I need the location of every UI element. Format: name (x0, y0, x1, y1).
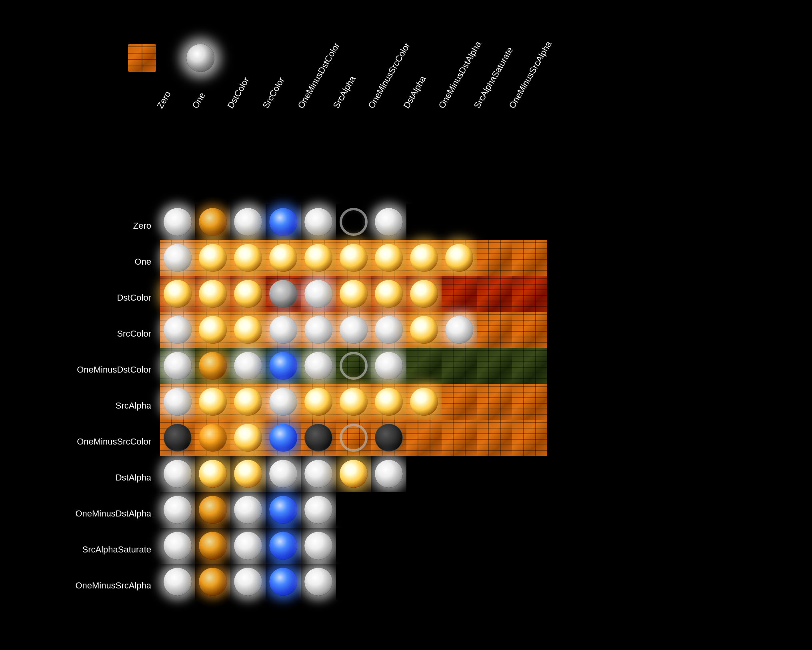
sphere-10-1 (199, 568, 227, 596)
grid-row-9 (160, 528, 547, 564)
grid-cell-4-6 (371, 348, 406, 384)
sphere-3-2 (234, 316, 262, 344)
grid-cell-6-0 (160, 420, 195, 456)
sphere-7-4 (304, 460, 332, 488)
legend (128, 44, 221, 72)
sphere-2-3 (269, 280, 297, 308)
grid-cell-2-3 (266, 276, 301, 312)
grid-cell-4-4 (301, 348, 336, 384)
grid-cell-7-6 (371, 456, 406, 492)
col-header-oneminussrccolor: OneMinusSrcColor (366, 75, 393, 110)
sphere-2-7 (410, 280, 438, 308)
sphere-1-4 (304, 244, 332, 272)
row-headers: ZeroOneDstColorSrcColorOneMinusDstColorS… (48, 208, 156, 604)
grid-cell-2-0 (160, 276, 195, 312)
grid-cell-0-3 (266, 204, 301, 240)
grid-cell-1-0 (160, 240, 195, 276)
sphere-5-3 (269, 388, 297, 416)
sphere-6-4 (304, 424, 332, 452)
grid-cell-9-3 (266, 528, 301, 564)
grid-cell-4-2 (230, 348, 266, 384)
sphere-1-3 (269, 244, 297, 272)
grid-cell-8-6 (371, 492, 406, 528)
sphere-7-2 (234, 460, 262, 488)
sphere-7-1 (199, 460, 227, 488)
grid-row-3 (160, 312, 547, 348)
col-header-dstcolor: DstColor (225, 75, 252, 110)
col-header-srccolor: SrcColor (260, 75, 287, 110)
sphere-9-2 (234, 532, 262, 560)
grid-cell-8-1 (195, 492, 230, 528)
grid-cell-6-4 (301, 420, 336, 456)
sphere-3-1 (199, 316, 227, 344)
sphere-5-5 (340, 388, 368, 416)
grid-cell-6-8 (442, 420, 477, 456)
col-header-srcalphasaturate: SrcAlphaSaturate (472, 75, 498, 110)
destination-icon (128, 44, 156, 72)
legend-destination (128, 44, 162, 72)
grid-cell-5-3 (266, 384, 301, 420)
sphere-0-0 (164, 208, 192, 236)
sphere-3-0 (164, 316, 192, 344)
grid-cell-7-5 (336, 456, 371, 492)
sphere-2-4 (304, 280, 332, 308)
grid-cell-4-3 (266, 348, 301, 384)
grid-cell-2-4 (301, 276, 336, 312)
sphere-2-1 (199, 280, 227, 308)
grid-cell-7-9 (477, 456, 512, 492)
grid-cell-2-2 (230, 276, 266, 312)
sphere-1-2 (234, 244, 262, 272)
grid-cell-3-6 (371, 312, 406, 348)
sphere-1-0 (164, 244, 192, 272)
sphere-6-3 (269, 424, 297, 452)
blending-grid (160, 204, 547, 600)
grid-cell-7-4 (301, 456, 336, 492)
row-header-one: One (48, 244, 156, 280)
grid-cell-10-5 (336, 564, 371, 600)
grid-cell-2-9 (477, 276, 512, 312)
grid-row-0 (160, 204, 547, 240)
sphere-0-3 (269, 208, 297, 236)
grid-cell-0-7 (406, 204, 442, 240)
grid-cell-10-0 (160, 564, 195, 600)
grid-row-8 (160, 492, 547, 528)
sphere-10-2 (234, 568, 262, 596)
grid-cell-0-10 (512, 204, 547, 240)
grid-cell-0-1 (195, 204, 230, 240)
grid-cell-9-5 (336, 528, 371, 564)
grid-cell-1-10 (512, 240, 547, 276)
sphere-2-2 (234, 280, 262, 308)
grid-cell-8-9 (477, 492, 512, 528)
grid-cell-2-1 (195, 276, 230, 312)
sphere-4-6 (375, 352, 403, 380)
grid-cell-3-10 (512, 312, 547, 348)
grid-cell-6-3 (266, 420, 301, 456)
grid-cell-5-6 (371, 384, 406, 420)
grid-cell-1-7 (406, 240, 442, 276)
grid-cell-2-8 (442, 276, 477, 312)
grid-cell-10-4 (301, 564, 336, 600)
sphere-8-3 (269, 496, 297, 524)
col-header-dstalpha: DstAlpha (401, 75, 428, 110)
grid-cell-7-1 (195, 456, 230, 492)
sphere-4-3 (269, 352, 297, 380)
grid-cell-0-4 (301, 204, 336, 240)
grid-cell-1-9 (477, 240, 512, 276)
sphere-7-6 (375, 460, 403, 488)
sphere-7-5 (340, 460, 368, 488)
grid-cell-1-4 (301, 240, 336, 276)
col-header-oneminusdstcolor: OneMinusDstColor (296, 75, 322, 110)
grid-cell-10-2 (230, 564, 266, 600)
col-headers: ZeroOneDstColorSrcColorOneMinusDstColorS… (164, 100, 551, 110)
sphere-5-2 (234, 388, 262, 416)
grid-cell-5-1 (195, 384, 230, 420)
sphere-3-3 (269, 316, 297, 344)
col-header-one: One (190, 75, 217, 110)
sphere-8-4 (304, 496, 332, 524)
grid-cell-3-3 (266, 312, 301, 348)
sphere-3-8 (445, 316, 473, 344)
grid-cell-10-7 (406, 564, 442, 600)
grid-cell-1-3 (266, 240, 301, 276)
grid-cell-2-6 (371, 276, 406, 312)
sphere-1-7 (410, 244, 438, 272)
